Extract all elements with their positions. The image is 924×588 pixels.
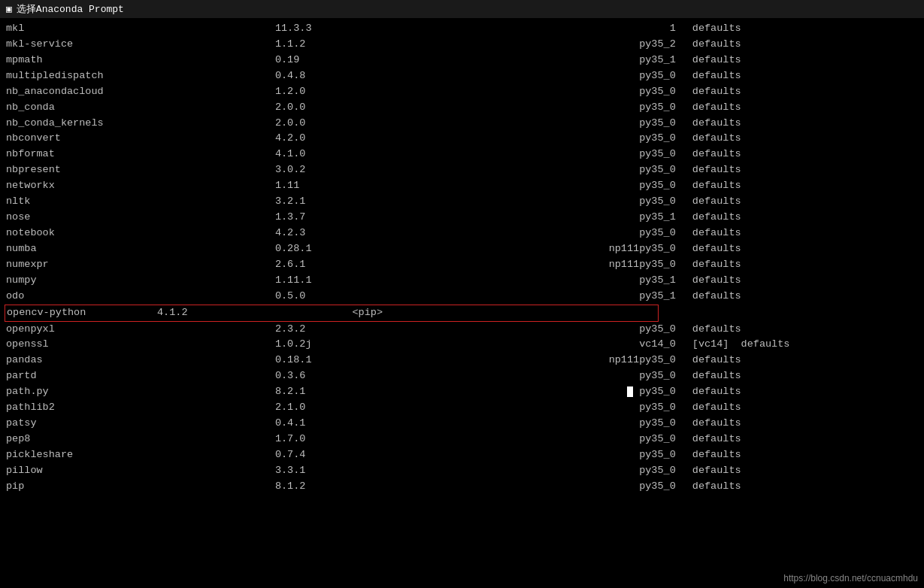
pkg-channel: defaults bbox=[677, 241, 919, 257]
pkg-build: np111py35_0 bbox=[435, 257, 677, 273]
pkg-channel: defaults bbox=[677, 322, 919, 338]
pkg-name: nltk bbox=[5, 194, 274, 210]
pkg-name: openssl bbox=[5, 337, 274, 353]
pkg-name: multipledispatch bbox=[5, 68, 274, 84]
pkg-channel: defaults bbox=[677, 432, 919, 447]
pkg-build: py35_0 bbox=[435, 226, 677, 241]
pkg-version: 1.1.2 bbox=[274, 37, 435, 53]
table-row: partd0.3.6py35_0defaults bbox=[5, 368, 919, 384]
pkg-name: nb_conda bbox=[5, 100, 274, 116]
pkg-channel: defaults bbox=[677, 147, 919, 162]
watermark: https://blog.csdn.net/ccnuacmhdu bbox=[783, 573, 918, 583]
pkg-build: py35_0 bbox=[435, 116, 677, 132]
opencv-row-cell: opencv-python4.1.2<pip> bbox=[5, 305, 919, 322]
pkg-name: numexpr bbox=[5, 257, 274, 273]
table-row: nltk3.2.1py35_0defaults bbox=[5, 194, 919, 210]
pkg-version: 2.0.0 bbox=[274, 116, 435, 132]
pkg-build: py35_0 bbox=[435, 147, 677, 162]
pkg-version: 4.1.0 bbox=[274, 147, 435, 162]
pkg-name: nose bbox=[5, 210, 274, 226]
pkg-version: 0.4.1 bbox=[274, 416, 435, 432]
table-row: networkx1.11py35_0defaults bbox=[5, 178, 919, 194]
table-row: numba0.28.1np111py35_0defaults bbox=[5, 241, 919, 257]
pkg-name: notebook bbox=[5, 226, 274, 241]
pkg-name: pep8 bbox=[5, 432, 274, 447]
pkg-build: py35_0 bbox=[435, 84, 677, 100]
pkg-channel: defaults bbox=[677, 289, 919, 305]
pkg-name: odo bbox=[5, 289, 274, 305]
pkg-name: numpy bbox=[5, 273, 274, 289]
pkg-build: np111py35_0 bbox=[435, 241, 677, 257]
pkg-version: 3.2.1 bbox=[274, 194, 435, 210]
pkg-build: py35_2 bbox=[435, 37, 677, 53]
pkg-name: numba bbox=[5, 241, 274, 257]
pkg-version: 1.0.2j bbox=[274, 337, 435, 353]
cursor-block bbox=[627, 386, 633, 397]
pkg-name: pip bbox=[5, 479, 274, 495]
table-row: numpy1.11.1py35_1defaults bbox=[5, 273, 919, 289]
pkg-channel: defaults bbox=[677, 68, 919, 84]
pkg-build: py35_0 bbox=[435, 384, 677, 400]
pkg-name: nb_anacondacloud bbox=[5, 84, 274, 100]
pkg-version: 0.3.6 bbox=[274, 368, 435, 384]
pkg-version: 2.1.0 bbox=[274, 400, 435, 416]
title-icon: ▣ bbox=[6, 3, 12, 15]
table-row: pillow3.3.1py35_0defaults bbox=[5, 463, 919, 479]
table-row: nbformat4.1.0py35_0defaults bbox=[5, 147, 919, 162]
pkg-channel: defaults bbox=[677, 21, 919, 37]
pkg-build: py35_1 bbox=[435, 289, 677, 305]
table-row: pickleshare0.7.4py35_0defaults bbox=[5, 447, 919, 463]
pkg-version: 2.6.1 bbox=[274, 257, 435, 273]
pkg-version: 1.11 bbox=[274, 178, 435, 194]
vc14-bracket: [vc14] defaults bbox=[692, 338, 790, 350]
pkg-version: 2.0.0 bbox=[274, 100, 435, 116]
table-row: numexpr2.6.1np111py35_0defaults bbox=[5, 257, 919, 273]
pkg-name: pathlib2 bbox=[5, 400, 274, 416]
pkg-build: py35_1 bbox=[435, 273, 677, 289]
pkg-channel: defaults bbox=[677, 257, 919, 273]
table-row: patsy0.4.1py35_0defaults bbox=[5, 416, 919, 432]
pkg-channel: defaults bbox=[677, 194, 919, 210]
pkg-name: nb_conda_kernels bbox=[5, 116, 274, 132]
table-row: mpmath0.19py35_1defaults bbox=[5, 53, 919, 68]
pkg-build: py35_0 bbox=[435, 162, 677, 178]
pkg-build: vc14_0 bbox=[435, 337, 677, 353]
pkg-build: py35_1 bbox=[435, 53, 677, 68]
pkg-channel: defaults bbox=[677, 273, 919, 289]
pkg-channel: defaults bbox=[677, 178, 919, 194]
table-row: nb_conda_kernels2.0.0py35_0defaults bbox=[5, 116, 919, 132]
pkg-channel: defaults bbox=[677, 368, 919, 384]
title-text: 选择Anaconda Prompt bbox=[17, 2, 124, 16]
pkg-build: py35_0 bbox=[435, 322, 677, 338]
pkg-channel: defaults bbox=[677, 384, 919, 400]
pkg-build: py35_0 bbox=[435, 479, 677, 495]
pkg-name: pickleshare bbox=[5, 447, 274, 463]
pkg-version: 3.3.1 bbox=[274, 463, 435, 479]
pkg-name: patsy bbox=[5, 416, 274, 432]
pkg-channel: [vc14] defaults bbox=[677, 337, 919, 353]
table-row: mkl-service1.1.2py35_2defaults bbox=[5, 37, 919, 53]
pkg-version: 8.1.2 bbox=[274, 479, 435, 495]
pkg-build: np111py35_0 bbox=[435, 353, 677, 368]
pkg-version: 2.3.2 bbox=[274, 322, 435, 338]
pkg-channel: defaults bbox=[677, 400, 919, 416]
pkg-build: py35_1 bbox=[435, 210, 677, 226]
pkg-channel: defaults bbox=[677, 226, 919, 241]
table-row: nbpresent3.0.2py35_0defaults bbox=[5, 162, 919, 178]
pkg-name: pandas bbox=[5, 353, 274, 368]
pkg-build: py35_0 bbox=[435, 368, 677, 384]
pkg-channel: defaults bbox=[677, 37, 919, 53]
pkg-channel: defaults bbox=[677, 100, 919, 116]
pkg-name: nbconvert bbox=[5, 131, 274, 147]
pkg-channel: defaults bbox=[677, 162, 919, 178]
table-row: multipledispatch0.4.8py35_0defaults bbox=[5, 68, 919, 84]
table-row: pep81.7.0py35_0defaults bbox=[5, 432, 919, 447]
table-row: openpyxl2.3.2py35_0defaults bbox=[5, 322, 919, 338]
pkg-build: py35_0 bbox=[435, 68, 677, 84]
pkg-channel: defaults bbox=[677, 416, 919, 432]
table-row: odo0.5.0py35_1defaults bbox=[5, 289, 919, 305]
pkg-build: py35_0 bbox=[435, 447, 677, 463]
pkg-version: 1.3.7 bbox=[274, 210, 435, 226]
pkg-channel: defaults bbox=[677, 53, 919, 68]
title-bar: ▣ 选择Anaconda Prompt bbox=[0, 0, 924, 18]
